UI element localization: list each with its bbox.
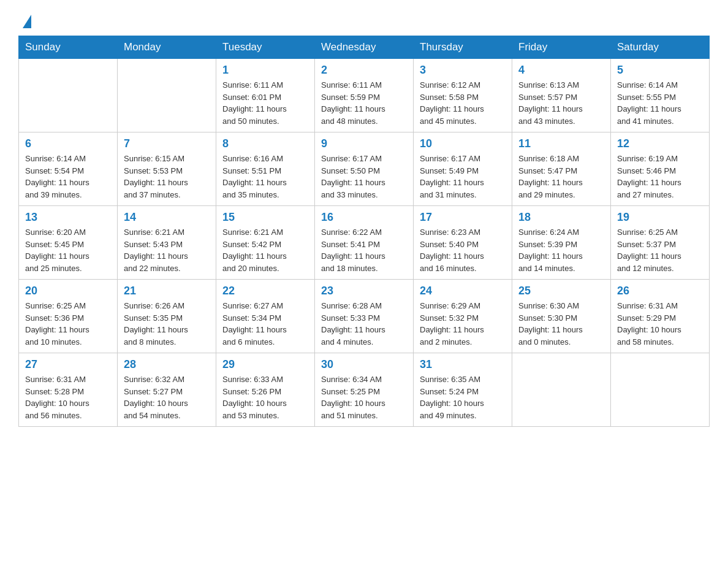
calendar-cell: 30Sunrise: 6:34 AM Sunset: 5:25 PM Dayli…	[315, 353, 414, 427]
calendar-cell: 26Sunrise: 6:31 AM Sunset: 5:29 PM Dayli…	[611, 280, 710, 353]
calendar-cell: 29Sunrise: 6:33 AM Sunset: 5:26 PM Dayli…	[216, 353, 315, 427]
calendar-cell: 20Sunrise: 6:25 AM Sunset: 5:36 PM Dayli…	[19, 280, 118, 353]
calendar-cell: 25Sunrise: 6:30 AM Sunset: 5:30 PM Dayli…	[512, 280, 611, 353]
weekday-header-saturday: Saturday	[611, 36, 710, 59]
day-number: 28	[124, 358, 210, 371]
calendar-cell	[512, 353, 611, 427]
day-number: 6	[25, 137, 111, 150]
day-info: Sunrise: 6:17 AM Sunset: 5:49 PM Dayligh…	[420, 153, 506, 201]
calendar-cell: 16Sunrise: 6:22 AM Sunset: 5:41 PM Dayli…	[315, 206, 414, 280]
day-number: 29	[222, 358, 308, 371]
day-number: 27	[25, 358, 111, 371]
day-number: 24	[420, 285, 506, 297]
day-info: Sunrise: 6:21 AM Sunset: 5:43 PM Dayligh…	[124, 226, 210, 274]
calendar-week-row: 6Sunrise: 6:14 AM Sunset: 5:54 PM Daylig…	[19, 132, 710, 206]
calendar-cell: 28Sunrise: 6:32 AM Sunset: 5:27 PM Dayli…	[118, 353, 216, 427]
day-number: 15	[222, 211, 308, 224]
day-number: 4	[518, 64, 604, 77]
day-number: 31	[420, 358, 506, 371]
calendar-cell: 1Sunrise: 6:11 AM Sunset: 6:01 PM Daylig…	[216, 59, 315, 132]
day-number: 11	[518, 137, 604, 150]
day-number: 30	[321, 358, 407, 371]
calendar-week-row: 13Sunrise: 6:20 AM Sunset: 5:45 PM Dayli…	[19, 206, 710, 280]
day-number: 14	[124, 211, 210, 224]
calendar-cell: 12Sunrise: 6:19 AM Sunset: 5:46 PM Dayli…	[611, 132, 710, 206]
day-info: Sunrise: 6:17 AM Sunset: 5:50 PM Dayligh…	[321, 153, 407, 201]
calendar-cell: 9Sunrise: 6:17 AM Sunset: 5:50 PM Daylig…	[315, 132, 414, 206]
weekday-header-friday: Friday	[512, 36, 611, 59]
day-info: Sunrise: 6:11 AM Sunset: 5:59 PM Dayligh…	[321, 79, 407, 127]
calendar-cell: 22Sunrise: 6:27 AM Sunset: 5:34 PM Dayli…	[216, 280, 315, 353]
calendar-cell: 11Sunrise: 6:18 AM Sunset: 5:47 PM Dayli…	[512, 132, 611, 206]
day-info: Sunrise: 6:14 AM Sunset: 5:54 PM Dayligh…	[25, 153, 111, 201]
day-info: Sunrise: 6:22 AM Sunset: 5:41 PM Dayligh…	[321, 226, 407, 274]
calendar-cell: 17Sunrise: 6:23 AM Sunset: 5:40 PM Dayli…	[414, 206, 512, 280]
calendar-cell: 8Sunrise: 6:16 AM Sunset: 5:51 PM Daylig…	[216, 132, 315, 206]
day-number: 8	[222, 137, 308, 150]
day-info: Sunrise: 6:29 AM Sunset: 5:32 PM Dayligh…	[420, 300, 506, 348]
calendar-cell	[19, 59, 118, 132]
calendar-cell: 6Sunrise: 6:14 AM Sunset: 5:54 PM Daylig…	[19, 132, 118, 206]
day-info: Sunrise: 6:12 AM Sunset: 5:58 PM Dayligh…	[420, 79, 506, 127]
day-number: 1	[222, 64, 308, 77]
day-info: Sunrise: 6:34 AM Sunset: 5:25 PM Dayligh…	[321, 373, 407, 421]
calendar-week-row: 27Sunrise: 6:31 AM Sunset: 5:28 PM Dayli…	[19, 353, 710, 427]
day-number: 16	[321, 211, 407, 224]
day-info: Sunrise: 6:21 AM Sunset: 5:42 PM Dayligh…	[222, 226, 308, 274]
day-info: Sunrise: 6:24 AM Sunset: 5:39 PM Dayligh…	[518, 226, 604, 274]
calendar-cell: 2Sunrise: 6:11 AM Sunset: 5:59 PM Daylig…	[315, 59, 414, 132]
calendar-cell: 15Sunrise: 6:21 AM Sunset: 5:42 PM Dayli…	[216, 206, 315, 280]
day-info: Sunrise: 6:15 AM Sunset: 5:53 PM Dayligh…	[124, 153, 210, 201]
calendar-cell: 27Sunrise: 6:31 AM Sunset: 5:28 PM Dayli…	[19, 353, 118, 427]
day-info: Sunrise: 6:13 AM Sunset: 5:57 PM Dayligh…	[518, 79, 604, 127]
day-number: 23	[321, 285, 407, 297]
weekday-header-row: SundayMondayTuesdayWednesdayThursdayFrid…	[19, 36, 710, 59]
page-header	[18, 12, 710, 23]
day-number: 10	[420, 137, 506, 150]
day-info: Sunrise: 6:19 AM Sunset: 5:46 PM Dayligh…	[617, 153, 703, 201]
day-info: Sunrise: 6:16 AM Sunset: 5:51 PM Dayligh…	[222, 153, 308, 201]
calendar-cell: 10Sunrise: 6:17 AM Sunset: 5:49 PM Dayli…	[414, 132, 512, 206]
calendar-cell: 24Sunrise: 6:29 AM Sunset: 5:32 PM Dayli…	[414, 280, 512, 353]
calendar-week-row: 1Sunrise: 6:11 AM Sunset: 6:01 PM Daylig…	[19, 59, 710, 132]
calendar-cell: 3Sunrise: 6:12 AM Sunset: 5:58 PM Daylig…	[414, 59, 512, 132]
day-info: Sunrise: 6:31 AM Sunset: 5:28 PM Dayligh…	[25, 373, 111, 421]
day-number: 9	[321, 137, 407, 150]
calendar-cell: 13Sunrise: 6:20 AM Sunset: 5:45 PM Dayli…	[19, 206, 118, 280]
weekday-header-tuesday: Tuesday	[216, 36, 315, 59]
calendar-cell	[118, 59, 216, 132]
calendar-cell: 5Sunrise: 6:14 AM Sunset: 5:55 PM Daylig…	[611, 59, 710, 132]
calendar-cell: 4Sunrise: 6:13 AM Sunset: 5:57 PM Daylig…	[512, 59, 611, 132]
calendar-cell: 18Sunrise: 6:24 AM Sunset: 5:39 PM Dayli…	[512, 206, 611, 280]
logo-triangle-icon	[23, 15, 31, 28]
weekday-header-wednesday: Wednesday	[315, 36, 414, 59]
day-info: Sunrise: 6:25 AM Sunset: 5:37 PM Dayligh…	[617, 226, 703, 274]
day-info: Sunrise: 6:18 AM Sunset: 5:47 PM Dayligh…	[518, 153, 604, 201]
weekday-header-thursday: Thursday	[414, 36, 512, 59]
day-info: Sunrise: 6:28 AM Sunset: 5:33 PM Dayligh…	[321, 300, 407, 348]
logo	[18, 12, 31, 23]
day-info: Sunrise: 6:33 AM Sunset: 5:26 PM Dayligh…	[222, 373, 308, 421]
calendar-cell: 19Sunrise: 6:25 AM Sunset: 5:37 PM Dayli…	[611, 206, 710, 280]
day-number: 5	[617, 64, 703, 77]
weekday-header-monday: Monday	[118, 36, 216, 59]
day-number: 17	[420, 211, 506, 224]
day-info: Sunrise: 6:30 AM Sunset: 5:30 PM Dayligh…	[518, 300, 604, 348]
calendar-cell: 31Sunrise: 6:35 AM Sunset: 5:24 PM Dayli…	[414, 353, 512, 427]
day-info: Sunrise: 6:11 AM Sunset: 6:01 PM Dayligh…	[222, 79, 308, 127]
day-info: Sunrise: 6:32 AM Sunset: 5:27 PM Dayligh…	[124, 373, 210, 421]
day-number: 2	[321, 64, 407, 77]
day-number: 21	[124, 285, 210, 297]
calendar-cell: 21Sunrise: 6:26 AM Sunset: 5:35 PM Dayli…	[118, 280, 216, 353]
day-info: Sunrise: 6:14 AM Sunset: 5:55 PM Dayligh…	[617, 79, 703, 127]
day-number: 22	[222, 285, 308, 297]
day-number: 26	[617, 285, 703, 297]
calendar-cell: 23Sunrise: 6:28 AM Sunset: 5:33 PM Dayli…	[315, 280, 414, 353]
day-info: Sunrise: 6:25 AM Sunset: 5:36 PM Dayligh…	[25, 300, 111, 348]
day-number: 18	[518, 211, 604, 224]
day-info: Sunrise: 6:27 AM Sunset: 5:34 PM Dayligh…	[222, 300, 308, 348]
calendar-cell: 7Sunrise: 6:15 AM Sunset: 5:53 PM Daylig…	[118, 132, 216, 206]
calendar-table: SundayMondayTuesdayWednesdayThursdayFrid…	[18, 36, 710, 427]
day-info: Sunrise: 6:20 AM Sunset: 5:45 PM Dayligh…	[25, 226, 111, 274]
calendar-week-row: 20Sunrise: 6:25 AM Sunset: 5:36 PM Dayli…	[19, 280, 710, 353]
